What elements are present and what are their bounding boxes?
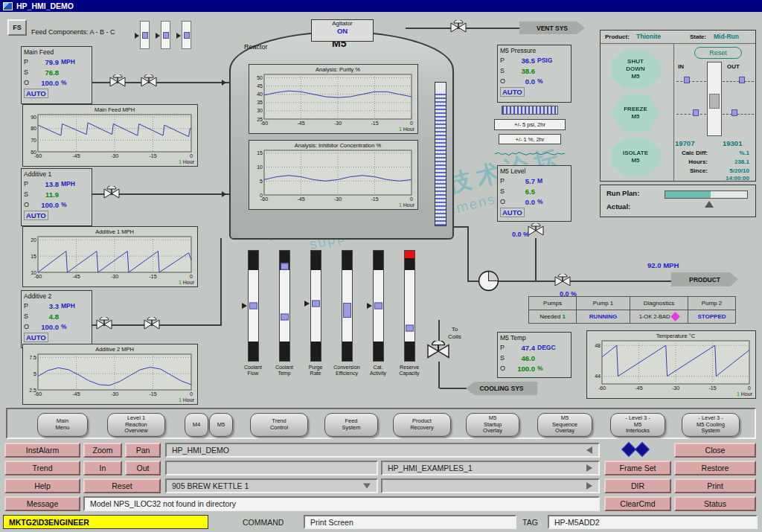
controller-m5-pressure[interactable]: M5 Pressure P36.5PSIGS38.6O0.0%AUTO xyxy=(497,45,572,103)
title-bar[interactable]: HP_HMI_DEMO xyxy=(0,0,762,12)
pv-row: O100.0% xyxy=(22,199,92,210)
vent-sys-banner[interactable]: VENT SYS xyxy=(519,22,585,34)
nav-button-level-3-m5-interlocks[interactable]: - Level 3 -M5Interlocks xyxy=(610,413,665,437)
additive2-trend[interactable]: 7.552.5-60-45-30-150Additive 2 MPH1 Hour xyxy=(22,344,198,405)
x-tick-label: -15 xyxy=(371,121,378,126)
close-button[interactable]: Close xyxy=(674,443,756,458)
nav-button-level-1-reaction-overview[interactable]: Level 1ReactionOverview xyxy=(107,413,165,437)
reset-button[interactable]: Reset xyxy=(694,47,742,59)
mode-indicator[interactable]: AUTO xyxy=(500,208,525,217)
controller-m5-temp[interactable]: M5 Temp P47.4DEGCS46.0O100.0% xyxy=(497,332,572,378)
nav-button-main-menu[interactable]: MainMenu xyxy=(37,413,88,437)
controller-main-feed[interactable]: Main Feed P79.9MPHS76.8O100.0%AUTO xyxy=(21,46,92,104)
nav-button-level-3-m5-cooling-system[interactable]: - Level 3 -M5 CoolingSystem xyxy=(682,413,740,437)
label-line: Reserve xyxy=(393,365,426,371)
fs-button[interactable]: FS xyxy=(7,19,27,36)
restore-button[interactable]: Restore xyxy=(674,461,756,475)
product-banner[interactable]: PRODUCT xyxy=(671,272,738,286)
cooling-sys-banner[interactable]: COOLING SYS xyxy=(466,382,537,395)
valve-icon[interactable] xyxy=(103,186,121,201)
mode-indicator[interactable]: AUTO xyxy=(500,87,525,97)
dir-button[interactable]: DIR xyxy=(604,478,671,493)
zoom-out-button[interactable]: Out xyxy=(125,461,161,475)
status-button[interactable]: Status xyxy=(674,496,756,511)
controller-body: P36.5PSIGS38.6O0.0%AUTO xyxy=(498,55,571,97)
command-input[interactable]: Print Screen xyxy=(304,515,516,529)
frame-diamond-icon[interactable] xyxy=(621,442,636,457)
nav-button-m5-sequence-overlay[interactable]: M5SequenceOverlay xyxy=(537,413,592,437)
dropdown-icon[interactable] xyxy=(363,484,371,489)
gauge-reserve-capacity[interactable]: ReserveCapacity xyxy=(393,250,426,376)
hour-label: 1 Hour xyxy=(179,397,195,403)
inhibitor-trend[interactable]: 151050-60-45-30-150Analysis: Inhibitor C… xyxy=(249,140,418,210)
page-forward-icon[interactable] xyxy=(586,482,592,490)
mode-indicator[interactable]: AUTO xyxy=(24,211,48,220)
tag-input[interactable]: HP-M5ADD2 xyxy=(548,515,758,529)
nav-button-m5-startup-overlay[interactable]: M5StartupOverlay xyxy=(466,413,519,437)
valve-icon[interactable] xyxy=(527,223,545,238)
gauge-purge-rate[interactable]: PurgeRate xyxy=(299,250,332,376)
freeze-m5-button[interactable]: FREEZEM5 xyxy=(611,94,660,132)
pv-row: P3.3MPH xyxy=(22,301,92,311)
agitator-status-box[interactable]: Agitator ON xyxy=(311,19,374,42)
pumps-table: Pumps Pump 1 Diagnostics Pump 2 Needed 1… xyxy=(528,296,736,324)
nav-button-m5[interactable]: M5 xyxy=(209,413,233,437)
balance-track[interactable] xyxy=(707,62,722,136)
shutdown-m5-button[interactable]: SHUTDOWNM5 xyxy=(611,50,660,89)
display-name-field[interactable]: HP_HMI_DEMO xyxy=(165,443,600,458)
frame-diamond-icon[interactable] xyxy=(635,442,650,457)
page-back-icon[interactable] xyxy=(586,446,592,454)
aux-field[interactable] xyxy=(381,478,600,493)
main-feed-trend[interactable]: 90807060-60-45-30-150Main Feed MPH1 Hour xyxy=(22,104,198,167)
trend-button[interactable]: Trend xyxy=(4,461,80,475)
product-valve-icon[interactable] xyxy=(554,274,572,289)
gauge-conversion-efficiency[interactable]: ConversionEfficiency xyxy=(330,250,363,376)
controller-additive-1[interactable]: Additive 1 P13.8MPHS11.9O100.0%AUTO xyxy=(21,168,92,226)
pump-icon[interactable] xyxy=(476,269,501,293)
gauge-marker xyxy=(249,303,257,310)
gauge-cat-activity[interactable]: Cat.Activity xyxy=(362,250,394,376)
frame-set-button[interactable]: Frame Set xyxy=(604,461,671,475)
user-field[interactable]: MKTG2\D3ENGINEER xyxy=(3,515,208,529)
page-forward-icon[interactable] xyxy=(586,464,592,472)
controller-additive-2[interactable]: Additive 2 P3.3MPHS4.8O100.0%AUTO xyxy=(21,290,92,348)
pump1-state[interactable]: RUNNING xyxy=(577,310,630,324)
message-button[interactable]: Message xyxy=(4,496,80,511)
zoom-in-button[interactable]: In xyxy=(83,461,122,475)
print-button[interactable]: Print xyxy=(674,478,756,493)
trend-canvas: 504540353025-60-45-30-150Analysis: Purit… xyxy=(249,65,417,133)
purity-trend[interactable]: 504540353025-60-45-30-150Analysis: Purit… xyxy=(249,64,418,134)
feed-component-indicator xyxy=(140,21,150,49)
schematic-field[interactable] xyxy=(165,461,378,475)
nav-button-product-recovery[interactable]: ProductRecovery xyxy=(393,413,451,437)
nav-button-m4[interactable]: M4 xyxy=(185,413,208,437)
kettle-field[interactable]: 905 BREW KETTLE 1 xyxy=(165,478,378,493)
zoom-button[interactable]: Zoom xyxy=(83,443,122,458)
additive1-trend[interactable]: 201510-60-45-30-150Additive 1 MPH1 Hour xyxy=(22,226,198,287)
valve-icon[interactable] xyxy=(95,317,113,332)
examples-field[interactable]: HP_HMI_EXAMPLES_1 xyxy=(381,461,600,475)
message-field[interactable]: Model NPS_ILOC32 not found in directory xyxy=(83,496,600,511)
pan-button[interactable]: Pan xyxy=(125,443,161,458)
inst-alarm-button[interactable]: InstAlarm xyxy=(4,443,80,458)
gauge-coolant-temp[interactable]: CoolantTemp xyxy=(268,250,301,376)
nav-button-trend-control[interactable]: TrendControl xyxy=(250,413,308,437)
valve-icon[interactable] xyxy=(140,74,158,89)
actual-marker-icon[interactable] xyxy=(705,201,714,208)
pump2-state[interactable]: STOPPED xyxy=(688,310,736,324)
help-button[interactable]: Help xyxy=(4,478,80,493)
nav-button-feed-system[interactable]: FeedSystem xyxy=(324,413,378,437)
controller-m5-level[interactable]: M5 Level P5.7MS6.5O0.0%AUTO xyxy=(497,165,572,222)
mode-indicator[interactable]: AUTO xyxy=(24,89,48,98)
reset-command-button[interactable]: Reset xyxy=(83,478,161,493)
clear-cmd-button[interactable]: ClearCmd xyxy=(604,496,671,511)
pv-label: O xyxy=(24,79,32,86)
temperature-trend[interactable]: 4844-60-45-30-150Temperature °C1 Hour xyxy=(586,330,756,399)
valve-icon[interactable] xyxy=(143,317,161,332)
isolate-m5-button[interactable]: ISOLATEM5 xyxy=(611,138,660,176)
valve-icon[interactable] xyxy=(109,74,127,89)
balance-slider[interactable] xyxy=(709,94,720,109)
mode-indicator[interactable]: AUTO xyxy=(24,333,48,342)
gauge-coolant-flow[interactable]: CoolantFlow xyxy=(237,250,269,376)
vent-valve-icon[interactable] xyxy=(449,20,467,35)
